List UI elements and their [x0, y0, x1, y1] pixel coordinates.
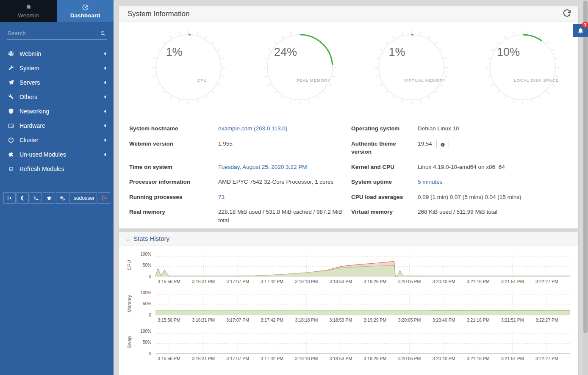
sidebar-item-label: Refresh Modules [19, 165, 64, 172]
sidebar-item-un-used-modules[interactable]: Un-used Modules [0, 147, 114, 162]
scrollbar-thumb[interactable] [583, 1, 588, 333]
sidebar-item-refresh-modules[interactable]: Refresh Modules [0, 162, 114, 176]
sidebar-item-servers[interactable]: Servers [0, 75, 114, 90]
svg-text:3:20:05 PM: 3:20:05 PM [398, 279, 421, 284]
caret-left-icon [104, 52, 106, 55]
svg-text:3:21:16 PM: 3:21:16 PM [467, 279, 490, 284]
moon-icon [20, 195, 26, 201]
stats-history-header[interactable]: Stats History [119, 232, 578, 245]
info-value-text: Linux 4.19.0-10-amd64 on x86_64 [418, 164, 505, 170]
svg-text:3:20:40 PM: 3:20:40 PM [433, 317, 455, 323]
sidebar-item-others[interactable]: Others [0, 90, 114, 104]
search-input[interactable] [8, 30, 100, 36]
caret-left-icon [104, 66, 106, 70]
info-value: Linux 4.19.0-10-amd64 on x86_64 [418, 160, 568, 175]
chart-swap: 3:15:56 PM3:16:31 PM3:17:07 PM3:17:42 PM… [122, 328, 573, 363]
sidebar-item-label: Cluster [19, 137, 38, 143]
svg-text:Memory: Memory [127, 295, 132, 312]
info-value-text: 1.955 [218, 141, 233, 147]
svg-text:3:18:53 PM: 3:18:53 PM [330, 279, 352, 284]
svg-text:3:18:53 PM: 3:18:53 PM [330, 317, 352, 323]
caret-left-icon [104, 153, 106, 156]
svg-text:3:17:07 PM: 3:17:07 PM [226, 356, 249, 361]
svg-text:3:21:16 PM: 3:21:16 PM [467, 317, 490, 323]
sidebar-footer: sudouser [3, 192, 110, 204]
caret-left-icon [104, 81, 106, 84]
svg-text:3:19:29 PM: 3:19:29 PM [364, 317, 387, 323]
theme-settings-button[interactable] [56, 192, 68, 204]
info-value-link[interactable]: example.com (203.0.113.0) [218, 125, 287, 132]
svg-text:100%: 100% [140, 290, 151, 295]
info-value-link[interactable]: 73 [218, 194, 225, 200]
gear-icon [8, 50, 14, 57]
sidebar-item-label: Networking [19, 108, 49, 115]
system-information-panel: System Information 1%CPU24%REAL MEMORY1%… [119, 6, 578, 229]
sidebar-menu: WebminSystemServersOthersNetworkingHardw… [0, 47, 114, 176]
refresh-icon [8, 165, 14, 172]
gauge-real-memory-label: REAL MEMORY [296, 78, 330, 83]
svg-text:3:22:27 PM: 3:22:27 PM [535, 356, 558, 361]
info-value-link[interactable]: Tuesday, August 25, 2020 3:22 PM [218, 164, 307, 170]
notifications-button[interactable]: 1 [573, 24, 588, 37]
theme-info-button[interactable] [436, 140, 449, 148]
info-value: AMD EPYC 7542 32-Core Processor, 1 cores [218, 174, 351, 190]
signout-icon [101, 195, 107, 201]
info-value: 19.54 [418, 136, 568, 160]
logout-button[interactable] [98, 192, 110, 204]
sidebar-item-system[interactable]: System [0, 61, 114, 75]
svg-text:CPU: CPU [127, 260, 132, 270]
svg-text:100%: 100% [140, 329, 151, 334]
info-label: Authentic theme version [351, 136, 418, 160]
gauge-local-disk-space-value: 10% [496, 46, 519, 58]
info-label: System uptime [351, 174, 418, 190]
svg-text:3:21:51 PM: 3:21:51 PM [501, 317, 524, 323]
sidebar-item-webmin[interactable]: Webmin [0, 47, 114, 61]
gauge-local-disk-space-label: LOCAL DISK SPACE [514, 78, 559, 83]
paper-plane-icon [8, 79, 14, 86]
info-value-link[interactable]: 5 minutes [418, 179, 443, 185]
sidebar: Webmin Dashboard WebminSystemServersOthe… [0, 0, 114, 375]
terminal-button[interactable] [30, 192, 42, 204]
caret-left-icon [104, 110, 106, 113]
caret-left-icon [104, 95, 106, 99]
sidebar-item-cluster[interactable]: Cluster [0, 133, 114, 147]
sidebar-search [7, 28, 107, 40]
info-label: Webmin version [129, 136, 218, 160]
search-icon[interactable] [100, 30, 106, 36]
night-mode-button[interactable] [17, 192, 29, 204]
svg-text:3:17:42 PM: 3:17:42 PM [261, 317, 283, 323]
svg-text:3:19:29 PM: 3:19:29 PM [364, 356, 387, 361]
sidebar-item-networking[interactable]: Networking [0, 104, 114, 119]
sidebar-item-label: Others [19, 94, 37, 100]
gauge-virtual-memory-value: 1% [388, 46, 405, 58]
gauge-real-memory-value: 24% [274, 46, 297, 58]
info-label: Virtual memory [351, 204, 418, 228]
info-value-text: AMD EPYC 7542 32-Core Processor, 1 cores [218, 179, 333, 185]
refresh-page-icon[interactable] [562, 9, 571, 19]
page-title: System Information [128, 10, 189, 18]
system-info-table: System hostnameexample.com (203.0.113.0)… [119, 121, 578, 244]
tab-webmin[interactable]: Webmin [0, 0, 57, 22]
svg-text:3:17:07 PM: 3:17:07 PM [226, 317, 249, 323]
caret-left-icon [104, 124, 106, 127]
svg-text:3:20:05 PM: 3:20:05 PM [398, 356, 421, 361]
collapse-sidebar-button[interactable] [3, 192, 16, 204]
info-value: example.com (203.0.113.0) [218, 121, 351, 136]
info-label: Processor information [129, 174, 218, 190]
stats-history-title: Stats History [133, 235, 169, 242]
svg-text:3:16:31 PM: 3:16:31 PM [192, 317, 215, 323]
info-label: Operating system [351, 121, 418, 136]
sidebar-item-label: Hardware [19, 122, 45, 129]
svg-text:50%: 50% [143, 263, 151, 267]
user-button[interactable]: sudouser [69, 192, 97, 204]
system-information-header: System Information [119, 6, 578, 22]
stats-history-panel: Stats History 3:15:56 PM3:16:31 PM3:17:0… [119, 232, 578, 375]
sidebar-item-hardware[interactable]: Hardware [0, 119, 114, 133]
chart-memory: 3:15:56 PM3:16:31 PM3:17:07 PM3:17:42 PM… [122, 290, 573, 325]
tab-dashboard[interactable]: Dashboard [57, 0, 114, 22]
info-value-text: Debian Linux 10 [418, 125, 459, 132]
info-label: Running processes [129, 190, 218, 205]
info-value-text: 268 KiB used / 511.99 MiB total [418, 209, 497, 215]
favorites-button[interactable] [43, 192, 55, 204]
terminal-icon [33, 195, 39, 201]
